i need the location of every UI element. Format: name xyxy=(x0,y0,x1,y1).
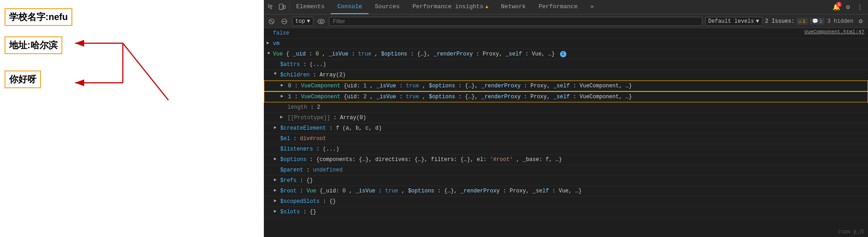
default-levels-label: Default levels xyxy=(708,18,754,25)
school-name-label: 学校名字:nefu xyxy=(9,12,68,22)
default-levels-arrow: ▼ xyxy=(756,18,759,25)
console-line-listeners: $listeners : (...) xyxy=(264,144,868,155)
tab-performance-insights[interactable]: Performance insights ▲ xyxy=(406,0,495,14)
school-name-box: 学校名字:nefu xyxy=(5,8,72,26)
context-selector[interactable]: top ▼ xyxy=(292,17,313,26)
console-line-prototype: ▶ [[Prototype]] : Array(0) xyxy=(264,113,868,123)
greeting-label: 你好呀 xyxy=(9,74,36,84)
console-toolbar: top ▼ Default levels ▼ 2 Issues: ⚠ 1 💬 1 xyxy=(264,15,868,28)
console-line-slots: ▶ $slots : {} xyxy=(264,207,868,217)
console-line-refs: ▶ $refs : {} xyxy=(264,176,868,186)
console-line-vue-obj: ▼ Vue { _uid : 0 , _isVue : true , $opti… xyxy=(264,49,868,60)
slots-expand-arrow[interactable]: ▶ xyxy=(274,208,277,214)
toolbar-tabs: Elements Console Sources Performance ins… xyxy=(290,0,828,14)
left-panel: 学校名字:nefu 地址:哈尔滨 你好呀 xyxy=(0,0,264,237)
vm-expand-arrow[interactable]: ▶ xyxy=(267,40,269,45)
info-icon: i xyxy=(560,51,566,57)
context-dropdown-icon: ▼ xyxy=(307,18,310,25)
console-line-parent: $parent : undefined xyxy=(264,165,868,176)
console-line-child-0: ▶ 0 : VueComponent {uid: 1 , _isVue : tr… xyxy=(264,81,868,91)
issue-info-badge: 💬 1 xyxy=(810,18,825,25)
tab-more[interactable]: » xyxy=(584,0,601,14)
console-line-children: ▼ $children : Array(2) xyxy=(264,70,868,81)
clear-console-button[interactable] xyxy=(267,16,277,26)
console-line-scopedslots: ▶ $scopedSlots : {} xyxy=(264,197,868,207)
filter-input[interactable] xyxy=(329,17,702,26)
devtools-toolbar: Elements Console Sources Performance ins… xyxy=(264,0,868,15)
svg-rect-6 xyxy=(283,5,285,9)
svg-point-7 xyxy=(281,8,282,9)
device-icon[interactable] xyxy=(278,3,287,12)
root-expand-arrow[interactable]: ▶ xyxy=(274,187,277,193)
tab-network[interactable]: Network xyxy=(495,0,532,14)
console-content: false VueComponent.html:47 ▶ vm ▼ Vue { … xyxy=(264,28,868,237)
toolbar-right: 🔔 1 ⚙ ⋮ xyxy=(828,3,868,12)
tab-performance[interactable]: Performance xyxy=(532,0,584,14)
block-icon[interactable] xyxy=(279,16,289,26)
console-settings-icon[interactable]: ⚙ xyxy=(856,17,865,26)
devtools-panel: Elements Console Sources Performance ins… xyxy=(264,0,868,237)
console-line-child-1: ▶ 1 : VueComponent {uid: 2 , _isVue : tr… xyxy=(264,91,868,102)
child0-expand-arrow[interactable]: ▶ xyxy=(281,82,283,88)
settings-icon[interactable]: ⚙ xyxy=(843,3,853,12)
console-line-length: length : 2 xyxy=(264,102,868,113)
context-value: top xyxy=(295,18,305,25)
prototype-expand-arrow[interactable]: ▶ xyxy=(280,114,283,120)
refs-expand-arrow[interactable]: ▶ xyxy=(274,177,277,182)
tab-console[interactable]: Console xyxy=(331,0,368,14)
greeting-box: 你好呀 xyxy=(5,71,41,88)
csdn-watermark: CSDN @_详 xyxy=(838,228,864,235)
false-line-link[interactable]: VueComponent.html:47 xyxy=(804,29,864,35)
svg-line-4 xyxy=(123,43,168,100)
console-line-attrs: $attrs : (...) xyxy=(264,60,868,70)
console-line-false: false VueComponent.html:47 xyxy=(264,28,868,39)
svg-point-12 xyxy=(318,19,324,24)
address-box: 地址:哈尔滨 xyxy=(5,36,62,54)
issues-text: 2 Issues: xyxy=(765,18,795,25)
options-expand-arrow[interactable]: ▶ xyxy=(274,156,277,161)
console-line-options: ▶ $options : {components: {…}, directive… xyxy=(264,155,868,165)
console-line-vm: ▶ vm xyxy=(264,39,868,49)
notification-badge: 1 xyxy=(836,2,842,7)
notification-icon[interactable]: 🔔 1 xyxy=(832,3,841,12)
eye-icon[interactable] xyxy=(316,16,326,26)
scopedslots-expand-arrow[interactable]: ▶ xyxy=(274,198,277,203)
vue-expand-arrow[interactable]: ▼ xyxy=(266,51,271,54)
hidden-count: 3 hidden xyxy=(827,18,853,25)
child1-expand-arrow[interactable]: ▶ xyxy=(281,93,283,99)
default-levels-selector[interactable]: Default levels ▼ xyxy=(705,17,762,26)
createelement-expand-arrow[interactable]: ▶ xyxy=(274,125,277,130)
arrow-canvas xyxy=(0,0,264,237)
children-expand-arrow[interactable]: ▼ xyxy=(274,71,277,76)
tab-elements[interactable]: Elements xyxy=(290,0,331,14)
issues-badge[interactable]: 2 Issues: ⚠ 1 💬 1 xyxy=(765,18,825,25)
warning-triangle-icon: ▲ xyxy=(485,4,489,10)
console-line-root: ▶ $root : Vue {_uid: 0 , _isVue : true ,… xyxy=(264,186,868,197)
console-line-createelement: ▶ $createElement : f (a, b, c, d) xyxy=(264,123,868,134)
address-label: 地址:哈尔滨 xyxy=(9,40,58,50)
svg-line-9 xyxy=(270,20,273,23)
tab-sources[interactable]: Sources xyxy=(368,0,406,14)
toolbar-icons xyxy=(264,3,290,12)
svg-point-13 xyxy=(320,20,322,22)
issue-warning-badge: ⚠ 1 xyxy=(797,18,808,25)
inspect-icon[interactable] xyxy=(267,3,276,12)
more-options-icon[interactable]: ⋮ xyxy=(855,3,864,12)
console-line-el: $el : div#root xyxy=(264,134,868,144)
